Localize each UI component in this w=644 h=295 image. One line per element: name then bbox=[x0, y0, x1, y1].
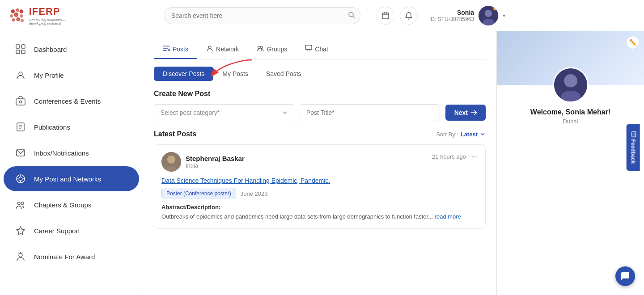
search-button[interactable] bbox=[348, 11, 355, 20]
post-link[interactable]: Data Science Techniques For Handling Epi… bbox=[161, 177, 478, 184]
feedback-icon bbox=[630, 131, 636, 137]
svg-point-2 bbox=[20, 9, 24, 13]
sub-tab-discover[interactable]: Discover Posts bbox=[154, 67, 213, 81]
profile-location: Dubai bbox=[530, 118, 610, 125]
user-text-block: Sonia ID: STU-38785963 bbox=[429, 9, 474, 22]
sidebar-item-inbox[interactable]: Inbox/Notifications bbox=[4, 140, 139, 165]
post-user-avatar bbox=[161, 152, 181, 172]
career-label: Career Support bbox=[34, 227, 80, 235]
user-info[interactable]: Sonia ID: STU-38785963 👑 ▾ bbox=[429, 6, 505, 25]
dashboard-label: Dashboard bbox=[34, 46, 67, 53]
post-abstract-text: Outbreaks of epidemics and pandemics nee… bbox=[161, 212, 478, 221]
read-more-link[interactable]: read more bbox=[435, 213, 461, 220]
svg-point-5 bbox=[20, 14, 23, 17]
notifications-button[interactable] bbox=[400, 7, 418, 25]
next-button-label: Next bbox=[454, 109, 468, 116]
tab-posts[interactable]: Posts bbox=[154, 40, 197, 59]
network-tab-label: Network bbox=[216, 46, 239, 53]
svg-point-16 bbox=[485, 10, 492, 17]
tab-groups[interactable]: Groups bbox=[248, 40, 296, 59]
posts-tab-label: Posts bbox=[173, 46, 188, 53]
bell-icon bbox=[405, 12, 413, 20]
profile-avatar-large bbox=[553, 67, 589, 103]
svg-point-22 bbox=[19, 72, 22, 76]
sidebar-item-my-profile[interactable]: My Profile bbox=[4, 63, 139, 88]
my-profile-icon bbox=[14, 69, 27, 81]
svg-point-4 bbox=[14, 12, 18, 17]
sort-label: Sort By - bbox=[436, 131, 459, 138]
tab-chat[interactable]: Chat bbox=[296, 40, 337, 59]
my-profile-label: My Profile bbox=[34, 72, 64, 79]
publications-icon bbox=[14, 121, 27, 133]
chat-bubble-button[interactable] bbox=[615, 266, 635, 286]
my-post-icon bbox=[14, 173, 27, 185]
category-select[interactable]: Select post category* bbox=[154, 104, 294, 121]
profile-info: Welcome, Sonia Mehar! Dubai bbox=[521, 108, 619, 134]
network-tab-icon bbox=[206, 45, 213, 54]
post-menu-button[interactable]: ··· bbox=[471, 152, 478, 161]
sidebar-item-conferences[interactable]: Conferences & Events bbox=[4, 88, 139, 114]
nominate-icon bbox=[14, 250, 27, 263]
tab-network[interactable]: Network bbox=[197, 40, 248, 59]
profile-edit-button[interactable]: ✏️ bbox=[626, 36, 640, 49]
logo-main-text: IFERP bbox=[29, 6, 80, 17]
svg-point-1 bbox=[16, 8, 19, 11]
chapters-icon bbox=[14, 198, 27, 211]
sidebar-item-nominate[interactable]: Nominate For Award bbox=[4, 244, 139, 269]
search-icon bbox=[348, 11, 355, 18]
crown-icon: 👑 bbox=[492, 6, 498, 10]
svg-line-42 bbox=[19, 253, 19, 254]
svg-rect-20 bbox=[16, 50, 20, 54]
svg-rect-21 bbox=[21, 50, 25, 54]
sidebar: Dashboard My Profile Conferences & Event… bbox=[0, 31, 143, 295]
publications-label: Publications bbox=[34, 123, 70, 131]
sidebar-item-dashboard[interactable]: Dashboard bbox=[4, 37, 139, 62]
chat-tab-label: Chat bbox=[315, 46, 328, 53]
logo-area: IFERP connecting engineers... developing… bbox=[9, 4, 80, 27]
sidebar-item-career[interactable]: Career Support bbox=[4, 218, 139, 243]
sidebar-item-chapters[interactable]: Chapters & Groups bbox=[4, 192, 139, 217]
top-tabs: Posts Network Groups bbox=[154, 40, 486, 59]
calendar-icon bbox=[381, 12, 390, 20]
svg-point-24 bbox=[20, 101, 22, 103]
sub-tab-my-posts[interactable]: My Posts bbox=[213, 67, 257, 81]
user-name: Sonia bbox=[429, 9, 474, 16]
svg-line-10 bbox=[353, 16, 355, 18]
header-icons bbox=[377, 7, 418, 25]
post-abstract-label: Abstract/Description: bbox=[161, 204, 478, 211]
avatar: 👑 bbox=[479, 6, 498, 25]
main-layout: Dashboard My Profile Conferences & Event… bbox=[0, 31, 644, 295]
profile-card: ✏️ Welcome, Sonia Mehar! Dubai bbox=[496, 31, 644, 295]
svg-point-50 bbox=[167, 156, 175, 164]
chevron-down-icon[interactable]: ▾ bbox=[503, 13, 505, 19]
calendar-button[interactable] bbox=[377, 7, 394, 25]
post-tags: Poster (Conference poster) June 2023 bbox=[161, 189, 478, 198]
latest-posts-title: Latest Posts bbox=[154, 130, 196, 138]
post-card: Stephenraj Baskar India 21 hours ago ···… bbox=[154, 144, 486, 229]
inbox-icon bbox=[14, 147, 27, 159]
sidebar-item-publications[interactable]: Publications bbox=[4, 114, 139, 139]
next-button[interactable]: Next bbox=[445, 105, 486, 121]
content-area: Posts Network Groups bbox=[143, 31, 496, 295]
sort-by[interactable]: Sort By - Latest bbox=[436, 131, 486, 138]
svg-marker-38 bbox=[17, 227, 25, 235]
post-title-input[interactable] bbox=[300, 104, 440, 121]
svg-point-0 bbox=[11, 9, 15, 13]
feedback-tab[interactable]: Feedback bbox=[626, 124, 640, 171]
chapters-label: Chapters & Groups bbox=[34, 201, 91, 209]
svg-point-46 bbox=[261, 46, 263, 49]
my-posts-label: My Posts bbox=[222, 70, 248, 77]
svg-rect-23 bbox=[16, 99, 25, 105]
create-post-title: Create New Post bbox=[154, 90, 486, 98]
groups-tab-label: Groups bbox=[267, 46, 287, 53]
search-input[interactable] bbox=[164, 7, 360, 24]
svg-point-3 bbox=[10, 14, 13, 17]
sidebar-item-my-post[interactable]: My Post and Networks bbox=[4, 166, 139, 191]
my-post-label: My Post and Networks bbox=[34, 175, 101, 183]
post-user-name: Stephenraj Baskar bbox=[186, 155, 245, 162]
logo-text: IFERP connecting engineers... developing… bbox=[29, 6, 80, 25]
chat-bubble-icon bbox=[620, 271, 630, 281]
post-abstract-content: Outbreaks of epidemics and pandemics nee… bbox=[161, 213, 433, 220]
profile-banner: ✏️ bbox=[497, 31, 644, 85]
sub-tab-saved[interactable]: Saved Posts bbox=[257, 67, 310, 81]
